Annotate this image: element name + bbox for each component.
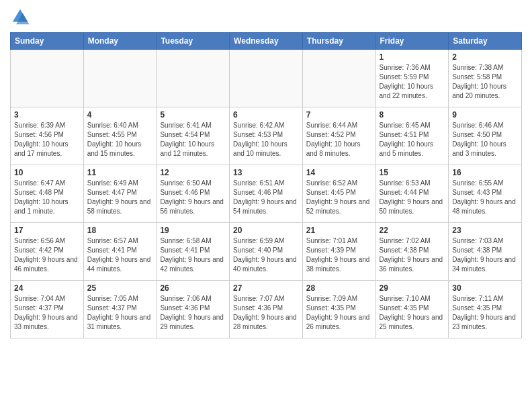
weekday-header-tuesday: Tuesday xyxy=(157,33,230,50)
calendar-table: SundayMondayTuesdayWednesdayThursdayFrid… xyxy=(10,32,522,338)
day-info: Sunrise: 7:01 AM Sunset: 4:39 PM Dayligh… xyxy=(306,236,372,274)
calendar-day: 19Sunrise: 6:58 AM Sunset: 4:41 PM Dayli… xyxy=(157,223,230,281)
day-info: Sunrise: 6:52 AM Sunset: 4:45 PM Dayligh… xyxy=(306,179,372,216)
weekday-header-friday: Friday xyxy=(375,33,449,50)
day-info: Sunrise: 7:10 AM Sunset: 4:35 PM Dayligh… xyxy=(380,294,445,332)
day-info: Sunrise: 7:04 AM Sunset: 4:37 PM Dayligh… xyxy=(14,294,80,332)
calendar-header: SundayMondayTuesdayWednesdayThursdayFrid… xyxy=(11,33,522,50)
day-info: Sunrise: 6:46 AM Sunset: 4:50 PM Dayligh… xyxy=(452,121,518,158)
day-number: 7 xyxy=(306,110,372,120)
day-number: 3 xyxy=(14,110,80,120)
day-info: Sunrise: 7:06 AM Sunset: 4:36 PM Dayligh… xyxy=(160,294,226,332)
day-info: Sunrise: 6:55 AM Sunset: 4:43 PM Dayligh… xyxy=(452,179,518,216)
weekday-header-sunday: Sunday xyxy=(11,33,84,50)
day-number: 21 xyxy=(306,226,372,235)
day-number: 11 xyxy=(87,168,153,177)
page-container: SundayMondayTuesdayWednesdayThursdayFrid… xyxy=(0,0,532,411)
day-number: 25 xyxy=(87,283,153,293)
day-number: 16 xyxy=(452,168,518,177)
day-number: 1 xyxy=(380,52,445,62)
day-info: Sunrise: 6:56 AM Sunset: 4:42 PM Dayligh… xyxy=(14,236,80,274)
calendar-day: 27Sunrise: 7:07 AM Sunset: 4:36 PM Dayli… xyxy=(230,281,303,338)
day-number: 26 xyxy=(160,283,226,293)
calendar-day: 4Sunrise: 6:40 AM Sunset: 4:55 PM Daylig… xyxy=(83,107,157,165)
day-number: 20 xyxy=(233,226,299,235)
calendar-day: 29Sunrise: 7:10 AM Sunset: 4:35 PM Dayli… xyxy=(375,281,449,338)
day-number: 23 xyxy=(452,226,518,235)
day-info: Sunrise: 6:51 AM Sunset: 4:46 PM Dayligh… xyxy=(233,179,299,216)
day-number: 18 xyxy=(87,226,153,235)
day-info: Sunrise: 7:02 AM Sunset: 4:38 PM Dayligh… xyxy=(380,236,445,274)
calendar-day: 22Sunrise: 7:02 AM Sunset: 4:38 PM Dayli… xyxy=(375,223,449,281)
calendar-day: 6Sunrise: 6:42 AM Sunset: 4:53 PM Daylig… xyxy=(230,107,303,165)
day-number: 9 xyxy=(452,110,518,120)
day-info: Sunrise: 7:05 AM Sunset: 4:37 PM Dayligh… xyxy=(87,294,153,332)
calendar-day: 3Sunrise: 6:39 AM Sunset: 4:56 PM Daylig… xyxy=(11,107,84,165)
day-number: 24 xyxy=(14,283,80,293)
calendar-day: 11Sunrise: 6:49 AM Sunset: 4:47 PM Dayli… xyxy=(83,165,157,223)
calendar-day: 10Sunrise: 6:47 AM Sunset: 4:48 PM Dayli… xyxy=(11,165,84,223)
calendar-day: 28Sunrise: 7:09 AM Sunset: 4:35 PM Dayli… xyxy=(302,281,375,338)
calendar-day: 21Sunrise: 7:01 AM Sunset: 4:39 PM Dayli… xyxy=(302,223,375,281)
weekday-header-thursday: Thursday xyxy=(302,33,375,50)
day-info: Sunrise: 6:47 AM Sunset: 4:48 PM Dayligh… xyxy=(14,179,80,216)
day-number: 13 xyxy=(233,168,299,177)
calendar-day xyxy=(302,50,375,107)
day-number: 19 xyxy=(160,226,226,235)
calendar-week-1: 1Sunrise: 7:36 AM Sunset: 5:59 PM Daylig… xyxy=(11,50,522,107)
weekday-header-wednesday: Wednesday xyxy=(230,33,303,50)
day-info: Sunrise: 6:50 AM Sunset: 4:46 PM Dayligh… xyxy=(160,179,226,216)
day-info: Sunrise: 7:09 AM Sunset: 4:35 PM Dayligh… xyxy=(306,294,372,332)
calendar-day: 17Sunrise: 6:56 AM Sunset: 4:42 PM Dayli… xyxy=(11,223,84,281)
day-number: 5 xyxy=(160,110,226,120)
day-info: Sunrise: 6:39 AM Sunset: 4:56 PM Dayligh… xyxy=(14,121,80,158)
day-number: 8 xyxy=(380,110,445,120)
calendar-day: 12Sunrise: 6:50 AM Sunset: 4:46 PM Dayli… xyxy=(157,165,230,223)
calendar-day: 18Sunrise: 6:57 AM Sunset: 4:41 PM Dayli… xyxy=(83,223,157,281)
calendar-day: 26Sunrise: 7:06 AM Sunset: 4:36 PM Dayli… xyxy=(157,281,230,338)
calendar-day: 16Sunrise: 6:55 AM Sunset: 4:43 PM Dayli… xyxy=(449,165,522,223)
calendar-day xyxy=(11,50,84,107)
day-info: Sunrise: 7:11 AM Sunset: 4:35 PM Dayligh… xyxy=(452,294,518,332)
weekday-header-row: SundayMondayTuesdayWednesdayThursdayFrid… xyxy=(11,33,522,50)
calendar-day: 5Sunrise: 6:41 AM Sunset: 4:54 PM Daylig… xyxy=(157,107,230,165)
weekday-header-saturday: Saturday xyxy=(449,33,522,50)
day-number: 10 xyxy=(14,168,80,177)
day-number: 29 xyxy=(380,283,445,293)
logo xyxy=(10,7,33,27)
day-number: 14 xyxy=(306,168,372,177)
calendar-week-5: 24Sunrise: 7:04 AM Sunset: 4:37 PM Dayli… xyxy=(11,281,522,338)
day-number: 27 xyxy=(233,283,299,293)
calendar-day xyxy=(230,50,303,107)
day-number: 15 xyxy=(380,168,445,177)
calendar-week-2: 3Sunrise: 6:39 AM Sunset: 4:56 PM Daylig… xyxy=(11,107,522,165)
day-info: Sunrise: 7:36 AM Sunset: 5:59 PM Dayligh… xyxy=(380,63,445,101)
calendar-day: 25Sunrise: 7:05 AM Sunset: 4:37 PM Dayli… xyxy=(83,281,157,338)
calendar-day: 23Sunrise: 7:03 AM Sunset: 4:38 PM Dayli… xyxy=(449,223,522,281)
day-info: Sunrise: 6:44 AM Sunset: 4:52 PM Dayligh… xyxy=(306,121,372,158)
day-info: Sunrise: 6:49 AM Sunset: 4:47 PM Dayligh… xyxy=(87,179,153,216)
day-number: 6 xyxy=(233,110,299,120)
day-info: Sunrise: 7:38 AM Sunset: 5:58 PM Dayligh… xyxy=(452,63,518,101)
calendar-day xyxy=(83,50,157,107)
day-info: Sunrise: 6:45 AM Sunset: 4:51 PM Dayligh… xyxy=(380,121,445,158)
calendar-day: 24Sunrise: 7:04 AM Sunset: 4:37 PM Dayli… xyxy=(11,281,84,338)
calendar-day: 1Sunrise: 7:36 AM Sunset: 5:59 PM Daylig… xyxy=(375,50,449,107)
day-info: Sunrise: 6:58 AM Sunset: 4:41 PM Dayligh… xyxy=(160,236,226,274)
day-number: 12 xyxy=(160,168,226,177)
calendar-day: 2Sunrise: 7:38 AM Sunset: 5:58 PM Daylig… xyxy=(449,50,522,107)
calendar-day: 8Sunrise: 6:45 AM Sunset: 4:51 PM Daylig… xyxy=(375,107,449,165)
weekday-header-monday: Monday xyxy=(83,33,157,50)
calendar-day: 13Sunrise: 6:51 AM Sunset: 4:46 PM Dayli… xyxy=(230,165,303,223)
logo-icon xyxy=(10,7,30,27)
day-number: 4 xyxy=(87,110,153,120)
calendar-day: 30Sunrise: 7:11 AM Sunset: 4:35 PM Dayli… xyxy=(449,281,522,338)
day-info: Sunrise: 7:07 AM Sunset: 4:36 PM Dayligh… xyxy=(233,294,299,332)
header xyxy=(10,7,522,27)
day-info: Sunrise: 6:53 AM Sunset: 4:44 PM Dayligh… xyxy=(380,179,445,216)
calendar-day: 14Sunrise: 6:52 AM Sunset: 4:45 PM Dayli… xyxy=(302,165,375,223)
day-info: Sunrise: 6:41 AM Sunset: 4:54 PM Dayligh… xyxy=(160,121,226,158)
calendar-day: 9Sunrise: 6:46 AM Sunset: 4:50 PM Daylig… xyxy=(449,107,522,165)
day-info: Sunrise: 7:03 AM Sunset: 4:38 PM Dayligh… xyxy=(452,236,518,274)
calendar-week-3: 10Sunrise: 6:47 AM Sunset: 4:48 PM Dayli… xyxy=(11,165,522,223)
